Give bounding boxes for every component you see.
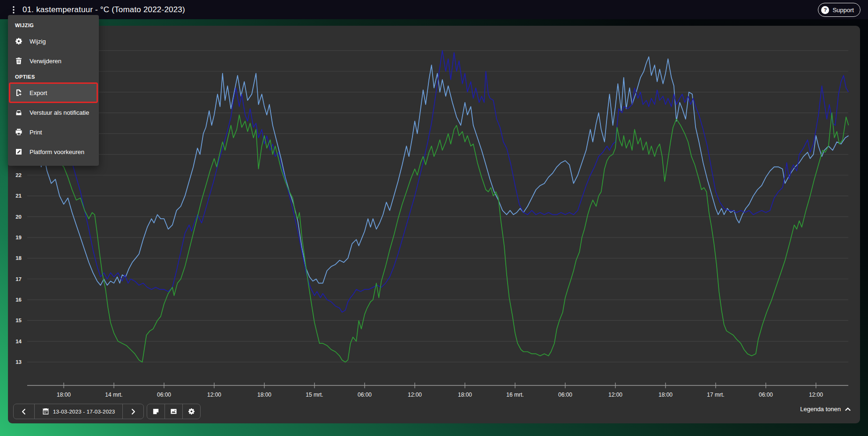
series-navy xyxy=(27,51,849,312)
support-button[interactable]: ? Support xyxy=(818,3,861,17)
page-title: 01. kastemperatuur - °C (Tomato 2022-202… xyxy=(22,5,185,15)
calendar-icon xyxy=(42,408,49,415)
y-tick-label: 14 xyxy=(15,339,22,344)
app-window: 1314151617181920212218:0014 mrt.06:0012:… xyxy=(0,0,868,436)
x-tick-label: 15 mrt. xyxy=(306,392,323,398)
chart-settings-button[interactable] xyxy=(182,404,200,419)
header-bar: 01. kastemperatuur - °C (Tomato 2022-202… xyxy=(0,0,868,19)
y-tick-label: 13 xyxy=(15,359,22,365)
date-nav-group: 13-03-2023 - 17-03-2023 xyxy=(13,404,144,419)
menu-item-verwijderen[interactable]: Verwijderen xyxy=(8,51,99,71)
notification-icon xyxy=(15,109,22,116)
x-tick-label: 17 mrt. xyxy=(707,392,724,398)
menu-item-wijzig[interactable]: Wijzig xyxy=(8,31,99,51)
menu-item-label: Verwijderen xyxy=(30,58,61,65)
date-range-label: 13-03-2023 - 17-03-2023 xyxy=(53,409,115,414)
menu-item-label: Platform voorkeuren xyxy=(30,148,84,155)
x-tick-label: 18:00 xyxy=(658,392,673,398)
prev-period-button[interactable] xyxy=(14,404,34,419)
menu-item-label: Print xyxy=(30,129,42,136)
x-tick-label: 12:00 xyxy=(408,392,422,398)
x-tick-label: 18:00 xyxy=(458,392,472,398)
question-icon: ? xyxy=(821,6,829,14)
x-tick-label: 12:00 xyxy=(608,392,622,398)
next-period-button[interactable] xyxy=(122,404,143,419)
x-tick-label: 12:00 xyxy=(809,392,823,398)
trash-icon xyxy=(15,57,22,65)
y-tick-label: 20 xyxy=(15,214,22,220)
y-tick-label: 18 xyxy=(15,255,22,261)
screenshot-button[interactable] xyxy=(165,404,182,419)
menu-item-print[interactable]: Print xyxy=(8,122,99,142)
y-tick-label: 17 xyxy=(15,276,22,282)
x-tick-label: 06:00 xyxy=(157,392,171,398)
x-tick-label: 18:00 xyxy=(257,392,271,398)
x-tick-label: 06:00 xyxy=(358,392,372,398)
gear-icon xyxy=(188,408,195,415)
y-tick-label: 21 xyxy=(15,193,22,199)
context-menu: WIJZIG Wijzig Verwijderen OPTIES Export xyxy=(8,15,99,166)
legend-toggle[interactable]: Legenda tonen xyxy=(800,406,851,413)
preferences-icon xyxy=(15,148,22,155)
menu-section-opties: OPTIES xyxy=(8,71,99,83)
x-tick-label: 12:00 xyxy=(207,392,221,398)
menu-item-label: Verstuur als notificatie xyxy=(30,109,89,116)
x-tick-label: 16 mrt. xyxy=(506,392,524,398)
menu-item-label: Export xyxy=(30,89,47,96)
gear-icon xyxy=(15,37,22,45)
notes-button[interactable] xyxy=(147,404,165,419)
x-tick-label: 06:00 xyxy=(558,392,572,398)
image-icon xyxy=(170,408,177,415)
note-icon xyxy=(152,408,159,415)
menu-item-label: Wijzig xyxy=(30,38,46,45)
y-tick-label: 22 xyxy=(15,172,22,178)
menu-section-wijzig: WIJZIG xyxy=(8,19,99,31)
y-tick-label: 15 xyxy=(15,318,22,323)
menu-item-verstuur-als-notificatie[interactable]: Verstuur als notificatie xyxy=(8,103,99,122)
support-label: Support xyxy=(832,7,854,14)
y-tick-label: 19 xyxy=(15,235,22,240)
print-icon xyxy=(15,128,22,136)
export-icon xyxy=(15,89,22,96)
temperature-chart[interactable]: 1314151617181920212218:0014 mrt.06:0012:… xyxy=(0,0,868,436)
date-range-button[interactable]: 13-03-2023 - 17-03-2023 xyxy=(34,404,122,419)
menu-item-platform-voorkeuren[interactable]: Platform voorkeuren xyxy=(8,142,99,162)
chart-toolbar: 13-03-2023 - 17-03-2023 xyxy=(13,404,201,419)
kebab-menu-button[interactable] xyxy=(7,3,21,17)
chart-tools-group xyxy=(147,404,201,419)
x-tick-label: 18:00 xyxy=(57,392,71,398)
legend-toggle-label: Legenda tonen xyxy=(800,406,841,413)
chevron-up-icon xyxy=(845,406,851,413)
menu-item-export[interactable]: Export xyxy=(9,83,97,103)
series-lightblue xyxy=(27,57,849,285)
x-tick-label: 14 mrt. xyxy=(105,392,122,398)
y-tick-label: 16 xyxy=(15,297,22,303)
x-tick-label: 06:00 xyxy=(759,392,773,398)
